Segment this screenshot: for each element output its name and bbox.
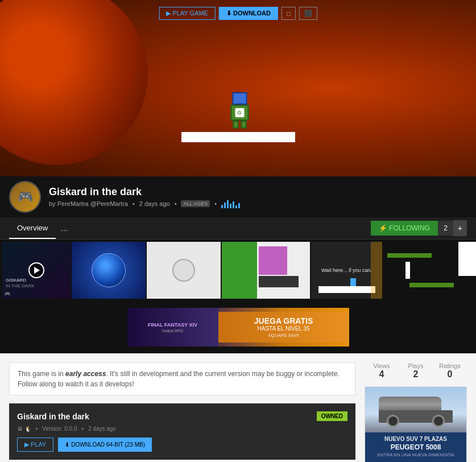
peugeot-model: PEUGEOT 5008 bbox=[370, 443, 462, 451]
tab-overview[interactable]: Overview bbox=[9, 218, 56, 239]
purple-block bbox=[259, 246, 287, 275]
nav-bar: Overview ... ⚡ FOLLOWING 2 + bbox=[0, 217, 476, 240]
avatar: 🎮 bbox=[9, 181, 41, 213]
game-author[interactable]: by PereMartra @PereMartra bbox=[49, 200, 128, 207]
ad-game-info: FINAL FANTASY XIV Online RPG bbox=[148, 322, 197, 333]
game-banner: ▶ PLAY GAME ⬇ DOWNLOAD □ ⬛ G bbox=[0, 0, 476, 176]
peugeot-ad[interactable]: NUEVO SUV 7 PLAZAS PEUGEOT 5008 ENTRA EN… bbox=[365, 386, 467, 462]
play-triangle-1 bbox=[34, 267, 40, 274]
platform-icons: 🖥 🐧 bbox=[17, 426, 31, 432]
stat-plays: Plays 2 bbox=[399, 362, 433, 380]
dot-separator: • bbox=[133, 200, 135, 207]
bar-4 bbox=[230, 204, 231, 208]
play-circle-1 bbox=[28, 262, 44, 278]
bar-2 bbox=[224, 203, 226, 208]
game-card-header: Giskard in the dark OWNED bbox=[17, 411, 347, 421]
version-dot: • bbox=[36, 426, 38, 432]
icon-button-2[interactable]: ⬛ bbox=[299, 7, 317, 20]
green-line-7 bbox=[409, 283, 454, 287]
owned-badge: OWNED bbox=[317, 411, 347, 421]
thumbnail-3[interactable] bbox=[147, 242, 221, 299]
bar-6 bbox=[235, 205, 237, 208]
banner-platform bbox=[181, 132, 295, 142]
following-button[interactable]: ⚡ FOLLOWING bbox=[371, 221, 438, 236]
icon-button-1[interactable]: □ bbox=[282, 7, 296, 20]
thumbnails-row: GISKARD IN THE DARK 🎮 Wait here... if yo… bbox=[0, 240, 476, 301]
stat-views-value: 4 bbox=[365, 369, 399, 380]
ad-banner: FINAL FANTASY XIV Online RPG JUEGA GRATI… bbox=[0, 301, 476, 353]
green-block bbox=[222, 242, 257, 299]
thumbnail-2[interactable] bbox=[72, 242, 146, 299]
green-line-6 bbox=[387, 253, 432, 258]
ad-inner[interactable]: FINAL FANTASY XIV Online RPG JUEGA GRATI… bbox=[127, 308, 349, 346]
light-beam bbox=[371, 242, 382, 299]
ad-brand: SQUARE ENIX bbox=[268, 333, 299, 338]
stat-ratings: Ratings 0 bbox=[433, 362, 467, 380]
robot-leg-left bbox=[233, 121, 238, 129]
ad-subtitle: Online RPG bbox=[148, 329, 197, 333]
thumbnail-5[interactable]: Wait here... if you can. bbox=[311, 242, 382, 299]
game-card-posted: 2 days ago bbox=[88, 426, 116, 432]
stat-views: Views 4 bbox=[365, 362, 399, 380]
stat-plays-value: 2 bbox=[399, 369, 433, 380]
rating-chart bbox=[221, 199, 240, 208]
game-character: G bbox=[225, 92, 254, 132]
peugeot-text-area: NUEVO SUV 7 PLAZAS PEUGEOT 5008 ENTRA EN… bbox=[365, 432, 466, 461]
thumbnail-7[interactable] bbox=[458, 242, 476, 299]
download-button-top[interactable]: ⬇ DOWNLOAD bbox=[219, 7, 278, 20]
play-game-button[interactable]: ▶ PLAY GAME bbox=[159, 7, 216, 20]
download-button-card[interactable]: ⬇ DOWNLOAD 64-BIT (23 MB) bbox=[58, 438, 152, 452]
game-title: Giskard in the dark bbox=[49, 186, 467, 198]
thumb-1-icon: 🎮 bbox=[5, 291, 10, 296]
thumbnail-4[interactable] bbox=[222, 242, 310, 299]
peugeot-subtitle: ENTRA EN UNA NUEVA DIMENSIÓN bbox=[370, 452, 462, 457]
wheel-left bbox=[387, 415, 399, 427]
thumb-3-content bbox=[147, 242, 221, 299]
game-card-title: Giskard in the dark bbox=[17, 412, 89, 421]
robot-logo: G bbox=[235, 108, 244, 117]
play-overlay-1 bbox=[2, 242, 71, 299]
white-block-6 bbox=[405, 262, 410, 279]
age-rating: ALL AGES bbox=[181, 200, 210, 207]
dot-separator-2: • bbox=[175, 200, 177, 207]
follow-plus-button[interactable]: + bbox=[453, 220, 467, 236]
nav-more-button[interactable]: ... bbox=[56, 217, 371, 239]
black-block-7 bbox=[458, 276, 476, 299]
game-info-bar: 🎮 Giskard in the dark by PereMartra @Per… bbox=[0, 176, 476, 217]
stat-ratings-value: 0 bbox=[433, 369, 467, 380]
car-scene bbox=[365, 387, 466, 432]
character-5 bbox=[350, 278, 356, 286]
thumb-2-content bbox=[72, 242, 146, 299]
early-access-emphasis: early access bbox=[65, 370, 106, 378]
robot-legs bbox=[225, 121, 254, 129]
ad-game-title: FINAL FANTASY XIV bbox=[148, 322, 197, 328]
content-left: This game is in early access. It's still… bbox=[9, 362, 355, 462]
ad-image: FINAL FANTASY XIV Online RPG bbox=[127, 308, 218, 346]
ad-headline: JUEGA GRATIS bbox=[254, 316, 313, 325]
wheel-right bbox=[432, 415, 445, 427]
ad-cta: JUEGA GRATIS HASTA EL NIVEL 35 SQUARE EN… bbox=[218, 312, 349, 343]
bar-3 bbox=[227, 200, 229, 208]
stats-row: Views 4 Plays 2 Ratings 0 bbox=[365, 362, 467, 380]
thumb-5-text: Wait here... if you can. bbox=[314, 267, 379, 273]
thumbnail-1[interactable]: GISKARD IN THE DARK 🎮 bbox=[2, 242, 71, 299]
play-button-card[interactable]: ▶ PLAY bbox=[17, 438, 53, 452]
meta-dot: • bbox=[81, 426, 84, 432]
bar-5 bbox=[233, 201, 234, 208]
bar-7 bbox=[238, 203, 240, 208]
peugeot-title: NUEVO SUV 7 PLAZAS bbox=[370, 436, 462, 442]
avatar-image: 🎮 bbox=[10, 182, 40, 212]
ad-subtext: HASTA EL NIVEL 35 bbox=[258, 325, 310, 332]
platform-dark bbox=[259, 276, 299, 287]
game-posted: 2 days ago bbox=[139, 200, 170, 207]
bar-1 bbox=[221, 205, 223, 208]
game-card-version: Version: 0.0.0 bbox=[42, 426, 77, 432]
thumbnail-6[interactable] bbox=[383, 242, 457, 299]
dot-separator-3: • bbox=[214, 200, 217, 207]
stat-views-label: Views bbox=[365, 362, 399, 369]
early-access-text-before: This game is in bbox=[18, 370, 65, 378]
game-meta: Giskard in the dark by PereMartra @PereM… bbox=[49, 186, 467, 208]
game-download-card: Giskard in the dark OWNED 🖥 🐧 • Version:… bbox=[9, 403, 355, 460]
robot-head bbox=[232, 92, 247, 105]
platform-white-5 bbox=[318, 286, 375, 293]
